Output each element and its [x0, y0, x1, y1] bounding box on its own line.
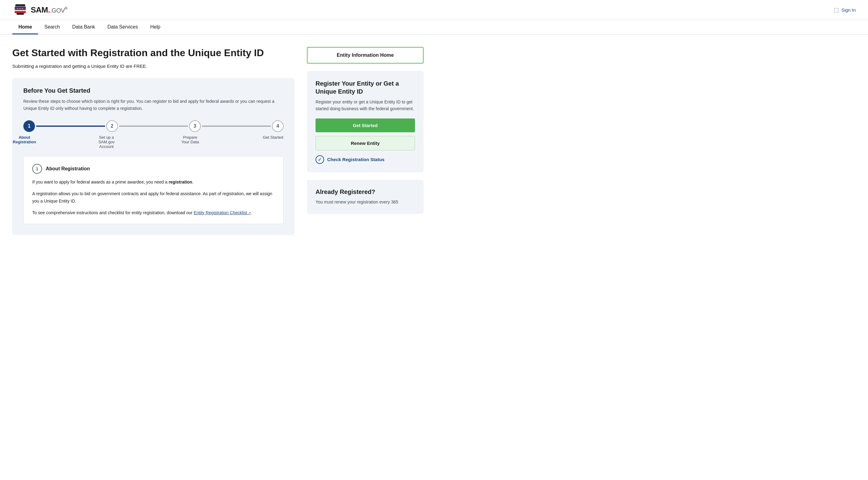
- register-card-desc: Register your entity or get a Unique Ent…: [315, 98, 415, 112]
- register-card-title: Register Your Entity or Get a Unique Ent…: [315, 79, 415, 95]
- nav-help[interactable]: Help: [144, 20, 166, 34]
- step-item-1[interactable]: 1: [23, 120, 35, 132]
- steps-card-desc: Review these steps to choose which optio…: [23, 98, 284, 112]
- sign-in-icon: ⬚: [834, 6, 839, 13]
- step-line-2-3: [119, 126, 188, 127]
- step-item-2[interactable]: 2: [106, 120, 118, 132]
- nav-dataservices[interactable]: Data Services: [101, 20, 144, 34]
- svg-rect-7: [17, 13, 24, 15]
- step-line-1-2: [36, 126, 105, 127]
- check-status-icon: ✓: [315, 155, 324, 164]
- step-label-4: Get Started: [262, 135, 284, 140]
- check-registration-status-link[interactable]: ✓ Check Registration Status: [315, 155, 415, 164]
- step-detail-num: 1: [32, 164, 42, 174]
- step-detail-body: If you want to apply for federal awards …: [32, 179, 275, 216]
- already-registered-desc: You must renew your registration every 3…: [315, 198, 415, 205]
- svg-rect-4: [15, 9, 26, 10]
- register-card: Register Your Entity or Get a Unique Ent…: [307, 71, 424, 172]
- svg-rect-6: [15, 11, 26, 12]
- get-started-button[interactable]: Get Started: [315, 119, 415, 132]
- step-detail-para-3: To see comprehensive instructions and ch…: [32, 209, 275, 217]
- entity-registration-checklist-link[interactable]: Entity Registration Checklist: [194, 210, 251, 215]
- step-label-2-wrapper: Set up a SAM.gov Account: [106, 135, 118, 149]
- step-labels-row: About Registration Set up a SAM.gov Acco…: [23, 135, 284, 149]
- step-label-3-wrapper: Prepare Your Data: [189, 135, 201, 144]
- step-detail-title: About Registration: [46, 166, 90, 171]
- nav-databank[interactable]: Data Bank: [66, 20, 101, 34]
- logo-text: SAM..GOV®: [31, 5, 67, 15]
- step-circle-3: 3: [189, 120, 201, 132]
- renew-entity-button[interactable]: Renew Entity: [315, 136, 415, 150]
- main-layout: Get Started with Registration and the Un…: [0, 35, 436, 261]
- step-detail: 1 About Registration If you want to appl…: [23, 156, 284, 224]
- entity-information-home-button[interactable]: Entity Information Home: [307, 47, 424, 64]
- sign-in-link[interactable]: ⬚ Sign In: [834, 6, 856, 13]
- step-label-4-wrapper: Get Started: [272, 135, 284, 140]
- svg-rect-5: [15, 10, 26, 11]
- step-circle-2: 2: [106, 120, 118, 132]
- nav-home[interactable]: Home: [12, 20, 38, 34]
- site-header: ★ ★ ★ SAM..GOV® ⬚ Sign In: [0, 0, 868, 20]
- logo[interactable]: ★ ★ ★ SAM..GOV®: [12, 4, 67, 16]
- step-label-2: Set up a SAM.gov Account: [95, 135, 118, 149]
- step-label-1: About Registration: [13, 135, 36, 144]
- content-area: Get Started with Registration and the Un…: [12, 47, 294, 243]
- step-progress: 1 2 3 4: [23, 120, 284, 132]
- page-title: Get Started with Registration and the Un…: [12, 47, 294, 59]
- step-item-4[interactable]: 4: [272, 120, 284, 132]
- main-nav: Home Search Data Bank Data Services Help: [0, 20, 868, 35]
- sign-in-label: Sign In: [841, 7, 856, 12]
- svg-rect-0: [16, 4, 25, 6]
- step-item-3[interactable]: 3: [189, 120, 201, 132]
- step-detail-header: 1 About Registration: [32, 164, 275, 174]
- step-label-1-wrapper: About Registration: [23, 135, 35, 144]
- already-registered-card: Already Registered? You must renew your …: [307, 180, 424, 214]
- check-status-label: Check Registration Status: [327, 157, 384, 162]
- step-circle-4: 4: [272, 120, 284, 132]
- nav-search[interactable]: Search: [38, 20, 66, 34]
- step-line-3-4: [202, 126, 271, 127]
- step-label-3: Prepare Your Data: [180, 135, 201, 144]
- step-detail-para-2: A registration allows you to bid on gove…: [32, 190, 275, 205]
- already-registered-title: Already Registered?: [315, 188, 415, 195]
- step-detail-para-1: If you want to apply for federal awards …: [32, 179, 275, 186]
- logo-icon: ★ ★ ★: [12, 4, 28, 16]
- sidebar: Entity Information Home Register Your En…: [307, 47, 424, 243]
- steps-card-title: Before You Get Started: [23, 87, 284, 94]
- steps-card: Before You Get Started Review these step…: [12, 78, 294, 235]
- step-circle-1: 1: [23, 120, 35, 132]
- page-subtitle: Submitting a registration and getting a …: [12, 64, 294, 69]
